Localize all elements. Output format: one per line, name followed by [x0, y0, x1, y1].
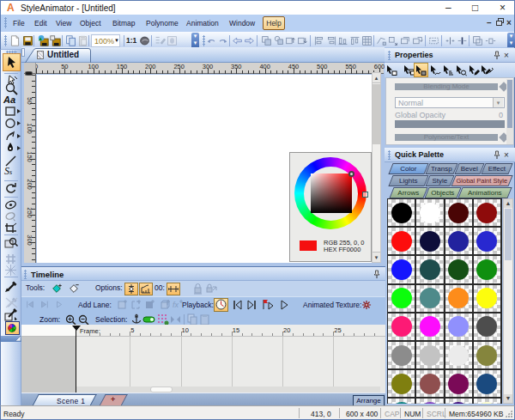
svg-text:fx: fx — [173, 301, 179, 309]
